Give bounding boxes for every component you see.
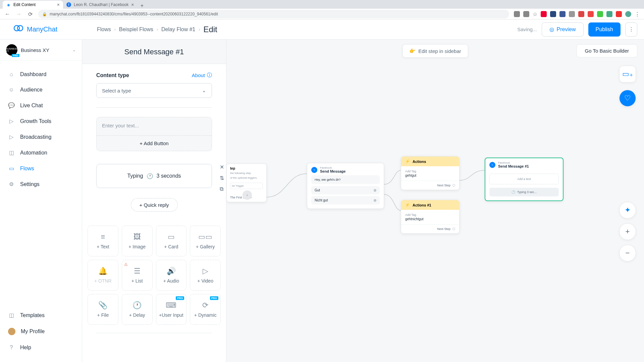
sidebar-item-flows[interactable]: ▭Flows [0, 161, 82, 176]
tile-image[interactable]: 🖼+ Image [122, 226, 153, 256]
avatar-icon[interactable] [625, 11, 631, 17]
copy-icon[interactable]: ⧉ [220, 186, 224, 192]
close-tab-icon[interactable]: × [57, 2, 60, 7]
workspace-selector[interactable]: BUSINESS XY PRO Business XY ⌄ [0, 40, 82, 61]
automation-icon: ◫ [8, 149, 15, 156]
about-text: About [192, 72, 205, 78]
panel-title: Send Message #1 [82, 40, 226, 64]
sidebar-item-dashboard[interactable]: ⌂Dashboard [0, 67, 82, 82]
text-input[interactable]: Enter your text... [97, 117, 212, 135]
ext-icon[interactable] [616, 11, 622, 17]
image-icon: 🖼 [133, 233, 141, 241]
move-icon[interactable]: ⇅ [220, 175, 224, 181]
ext-icon[interactable] [597, 11, 603, 17]
address-bar: ← → ⟳ 🔒 manychat.com/fb181039443240830/c… [0, 9, 644, 19]
add-card-button[interactable]: ▭₊ [619, 66, 636, 82]
browser-tab-active[interactable]: ◉ Edit Content × [3, 1, 63, 9]
send-message-1-node[interactable]: ~ Facebook Send Message #1 Add a text 🕐T… [485, 158, 564, 201]
basic-builder-button[interactable]: Go To Basic Builder [577, 44, 637, 57]
option-row[interactable]: Gut [311, 186, 380, 194]
chevron-right-icon: › [199, 27, 200, 32]
connector-dot-icon[interactable] [374, 189, 376, 192]
next-step-row[interactable]: Next Step [401, 224, 459, 233]
new-tab-button[interactable]: + [137, 3, 147, 9]
preview-button[interactable]: ◎ Preview [542, 22, 584, 37]
browser-tab[interactable]: f Leon R. Chaudhari | Facebook × [63, 1, 137, 9]
tile-label: +User Input [159, 312, 183, 318]
collapse-button[interactable]: ‹ [243, 190, 252, 200]
tile-text[interactable]: ≡+ Text [88, 226, 118, 256]
ext-icon[interactable] [569, 11, 575, 17]
back-icon[interactable]: ← [4, 11, 11, 17]
tile-dynamic[interactable]: PRO⟳+ Dynamic [190, 294, 221, 325]
add-text-placeholder[interactable]: Add a text [489, 174, 559, 184]
connector-dot-icon[interactable] [374, 199, 376, 202]
publish-button[interactable]: Publish [588, 22, 621, 37]
tile-video[interactable]: ▷+ Video [190, 260, 221, 291]
close-tab-icon[interactable]: × [131, 2, 134, 7]
reload-icon[interactable]: ⟳ [27, 11, 34, 17]
nav-label: Help [20, 345, 31, 351]
send-message-node[interactable]: ~ Facebook Send Message Hey, wie geht's … [307, 163, 384, 209]
ext-icon[interactable] [559, 11, 566, 17]
ext-icon[interactable] [578, 11, 584, 17]
node-hint: of the optional triggers. [230, 176, 263, 180]
sparkle-button[interactable]: ✦ [619, 202, 636, 219]
sidebar-item-profile[interactable]: My Profile [0, 323, 82, 340]
breadcrumb-item[interactable]: Flows [97, 26, 111, 33]
sidebar-item-livechat[interactable]: 💬Live Chat [0, 98, 82, 113]
edit-step-pill[interactable]: 👉 Edit step in sidebar [402, 44, 468, 58]
star-icon[interactable]: ☆ [533, 11, 537, 17]
more-button[interactable]: ⋮ [625, 22, 637, 37]
option-row[interactable]: Nicht gut [311, 196, 380, 204]
breadcrumb-item[interactable]: Beispiel Flows [119, 26, 153, 33]
nav-label: Templates [20, 312, 45, 318]
content-type-select[interactable]: Select a type ⌄ [96, 83, 212, 98]
sidebar-item-help[interactable]: ?Help [0, 340, 82, 355]
tile-userinput[interactable]: PRO⌨+User Input [156, 294, 187, 325]
typing-block[interactable]: Typing 🕐 3 seconds [96, 164, 212, 188]
ext-icon[interactable] [523, 11, 529, 17]
about-link[interactable]: Aboutⓘ [192, 72, 212, 78]
tile-file[interactable]: 📎+ File [88, 294, 118, 325]
ext-icon[interactable] [541, 11, 547, 17]
quick-reply-button[interactable]: + Quick reply [131, 198, 178, 212]
heart-button[interactable]: ♡ [619, 90, 636, 107]
logo[interactable]: ManyChat [0, 23, 82, 36]
sidebar-item-templates[interactable]: ◫Templates [0, 307, 82, 323]
add-button-row[interactable]: + Add Button [97, 135, 212, 151]
breadcrumb-item[interactable]: Delay Flow #1 [161, 26, 195, 33]
close-icon[interactable]: ✕ [220, 164, 224, 170]
add-trigger-button[interactable]: dd Trigger [230, 183, 263, 189]
connector-dot-icon[interactable] [452, 228, 455, 230]
menu-icon[interactable]: ⋮ [635, 11, 640, 17]
connector-dot-icon[interactable] [452, 184, 455, 187]
list-icon: ☰ [134, 267, 141, 276]
editor-panel: Send Message #1 Content type Aboutⓘ Sele… [82, 40, 226, 362]
sidebar-item-growth[interactable]: ▷Growth Tools [0, 113, 82, 129]
sidebar-item-broadcasting[interactable]: ▷Broadcasting [0, 129, 82, 145]
ext-icon[interactable] [514, 11, 520, 17]
sidebar-item-settings[interactable]: ⚙Settings [0, 176, 82, 192]
ext-icon[interactable] [606, 11, 612, 17]
actions-node[interactable]: ⚡Actions Add Tag gehtgut Next Step [401, 156, 460, 190]
tile-otnr: 🔔+ OTNR [88, 260, 118, 291]
tile-gallery[interactable]: ▭▭+ Gallery [190, 226, 221, 256]
actions-node[interactable]: ⚡Actions #1 Add Tag gehtnichtgut Next St… [401, 200, 460, 234]
tile-audio[interactable]: 🔊+ Audio [156, 260, 187, 291]
clock-icon: 🕐 [132, 301, 142, 310]
tile-delay[interactable]: 🕐+ Delay [122, 294, 153, 325]
next-step-row[interactable]: Next Step [401, 181, 459, 190]
tile-card[interactable]: ▭+ Card [156, 226, 187, 256]
url-input[interactable]: 🔒 manychat.com/fb181039443240830/cms/fil… [38, 10, 509, 18]
option-label: Nicht gut [315, 198, 328, 202]
sidebar-item-audience[interactable]: ☺Audience [0, 82, 82, 98]
pro-badge: PRO [12, 54, 19, 57]
zoom-in-button[interactable]: + [619, 223, 636, 240]
ext-icon[interactable] [588, 11, 594, 17]
tile-list[interactable]: ⚠☰+ List [122, 260, 153, 291]
flow-canvas[interactable]: 👉 Edit step in sidebar Go To Basic Build… [226, 40, 644, 362]
ext-icon[interactable] [550, 11, 556, 17]
sidebar-item-automation[interactable]: ◫Automation [0, 145, 82, 161]
zoom-out-button[interactable]: − [619, 245, 636, 261]
